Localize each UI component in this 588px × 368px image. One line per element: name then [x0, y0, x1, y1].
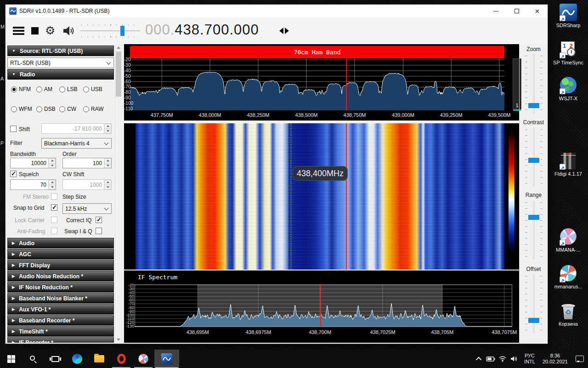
search-icon — [29, 355, 37, 362]
snap-to-grid-checkbox[interactable] — [51, 204, 57, 211]
volume-slider[interactable] — [80, 24, 140, 38]
desktop-icon-sdrsharp[interactable]: SDRSharp — [549, 4, 588, 28]
mute-speaker-button[interactable] — [62, 25, 75, 38]
filter-select[interactable]: Blackman-Harris 4 — [41, 138, 112, 149]
radio-icon — [83, 106, 89, 112]
fm-stereo-label: FM Stereo — [23, 194, 49, 200]
action-center-button[interactable] — [571, 350, 588, 368]
squelch-checkbox[interactable] — [10, 171, 17, 177]
range-slider-handle[interactable] — [528, 215, 539, 220]
fm-stereo-checkbox[interactable] — [51, 193, 57, 200]
bandwidth-input[interactable]: 10000 — [10, 158, 56, 168]
source-panel-header[interactable]: ▼Source: RTL-SDR (USB) — [7, 46, 114, 56]
start-button[interactable] — [0, 350, 22, 368]
cw-shift-input[interactable]: 1000 — [62, 179, 112, 190]
opera-button[interactable] — [110, 350, 132, 368]
mode-cw[interactable]: CW — [59, 106, 76, 112]
frequency-step-up-icon[interactable] — [285, 28, 289, 34]
icon-label: mmanarus... — [549, 284, 588, 289]
offset-slider-handle[interactable] — [528, 318, 539, 323]
panel-timeshift[interactable]: ▶TimeShift * — [7, 326, 114, 337]
panel-fft-display[interactable]: ▶FFT Display — [7, 260, 114, 270]
panel-baseband-noise-blanker[interactable]: ▶Baseband Noise Blanker * — [7, 293, 114, 304]
clock[interactable]: 8:3620.02.2021 — [539, 350, 571, 368]
mode-am[interactable]: AM — [36, 86, 52, 92]
sdrsharp-icon — [161, 353, 172, 364]
language-indicator[interactable]: РУСINTL — [520, 350, 539, 368]
panel-if-noise-reduction[interactable]: ▶IF Noise Reduction * — [7, 282, 114, 293]
step-size-select[interactable]: 12.5 kHz — [62, 203, 112, 214]
tuning-line[interactable] — [346, 58, 347, 110]
stop-button[interactable] — [31, 27, 39, 34]
swap-iq-checkbox[interactable] — [96, 228, 102, 234]
desktop-icon-fldigi[interactable]: Fldigi 4.1.17 — [549, 152, 588, 177]
desktop-icon-recycle-bin[interactable]: ♻ Корзина — [549, 304, 588, 327]
zoom-slider[interactable] — [524, 54, 544, 114]
shift-input[interactable]: -17 810 000 — [41, 123, 112, 134]
settings-gear-button[interactable]: ⚙ — [45, 24, 55, 37]
battery-indicator[interactable] — [485, 350, 497, 368]
if-spectrum-panel[interactable]: IF Spectrum -20-30-40-50-60-70-80-90-100… — [124, 270, 519, 343]
spectrum-panel[interactable]: 70cm Ham Band -20-30-40-50-60-70-80-90-1… — [124, 44, 519, 121]
desktop-icon-wsjtx[interactable]: WSJT-X — [549, 77, 588, 101]
edge-icon — [72, 354, 82, 364]
mode-lsb[interactable]: LSB — [59, 86, 78, 92]
shift-checkbox[interactable] — [10, 126, 17, 132]
offset-slider-label: Offset — [520, 266, 548, 272]
volume-slider-handle[interactable] — [120, 26, 124, 36]
minimize-icon — [493, 11, 498, 12]
search-button[interactable] — [22, 350, 44, 368]
panel-audio[interactable]: ▶Audio — [7, 238, 114, 248]
scroll-up-icon[interactable] — [115, 44, 122, 51]
close-button[interactable]: × — [527, 5, 548, 17]
desktop-icon-mmanarus[interactable]: mmanarus... — [549, 265, 588, 289]
lock-carrier-checkbox[interactable] — [51, 217, 57, 223]
volume-indicator[interactable] — [509, 350, 520, 368]
frequency-display[interactable]: 000.438.700.000 — [145, 22, 259, 38]
network-indicator[interactable] — [497, 350, 509, 368]
desktop-icon-sp-timesync[interactable]: 12 SP TimeSync — [549, 41, 588, 65]
maximize-button[interactable] — [506, 5, 527, 17]
waterfall-panel[interactable]: 438,400MHz — [124, 123, 519, 270]
zoom-slider-handle[interactable] — [528, 103, 539, 108]
sdrsharp-taskbar-button[interactable] — [154, 350, 179, 368]
source-select[interactable]: RTL-SDR (USB) — [7, 58, 114, 68]
panel-audio-noise-reduction[interactable]: ▶Audio Noise Reduction * — [7, 271, 114, 282]
panel-if-recorder[interactable]: ▶IF Recorder * — [7, 337, 114, 343]
range-slider[interactable] — [524, 201, 544, 259]
scroll-down-icon[interactable] — [115, 336, 122, 343]
hidden-icons-button[interactable] — [474, 350, 485, 368]
offset-slider[interactable] — [524, 275, 544, 333]
menu-icon — [13, 27, 24, 29]
spinner[interactable] — [104, 124, 111, 133]
correct-iq-checkbox[interactable] — [96, 217, 102, 223]
tuning-line[interactable] — [346, 123, 347, 270]
shortcut-arrow-icon — [560, 164, 565, 170]
panel-aux-vfo-1[interactable]: ▶Aux VFO-1 * — [7, 304, 114, 315]
mode-nfm[interactable]: NFM — [11, 86, 31, 92]
file-explorer-button[interactable] — [88, 350, 110, 368]
spectrum-graph[interactable] — [130, 58, 504, 110]
mode-dsb[interactable]: DSB — [36, 106, 56, 112]
order-label: Order — [62, 151, 77, 157]
squelch-input[interactable]: 70 — [10, 179, 56, 190]
minimize-button[interactable] — [486, 5, 506, 17]
edge-button[interactable] — [66, 350, 88, 368]
title-bar[interactable]: SDR# v1.0.0.1489 - RTL-SDR (USB) × — [6, 5, 548, 17]
contrast-slider-handle[interactable] — [528, 158, 539, 163]
scrollbar-thumb[interactable] — [116, 52, 121, 97]
mode-usb[interactable]: USB — [83, 86, 102, 92]
sidebar-scrollbar[interactable] — [115, 44, 121, 343]
contrast-slider[interactable] — [524, 128, 544, 186]
panel-agc[interactable]: ▶AGC — [7, 249, 114, 259]
anti-fading-checkbox[interactable] — [51, 228, 57, 234]
mode-raw[interactable]: RAW — [83, 106, 104, 112]
frequency-step-down-icon[interactable] — [279, 28, 283, 34]
mmana-button[interactable] — [132, 350, 154, 368]
radio-panel-header[interactable]: ▼Radio — [7, 69, 114, 80]
order-input[interactable]: 100 — [62, 158, 112, 168]
mode-wfm[interactable]: WFM — [11, 106, 32, 112]
task-view-button[interactable] — [44, 350, 66, 368]
panel-baseband-recorder[interactable]: ▶Baseband Recorder * — [7, 315, 114, 326]
desktop-icon-mmana[interactable]: MMANA-... — [549, 228, 588, 253]
